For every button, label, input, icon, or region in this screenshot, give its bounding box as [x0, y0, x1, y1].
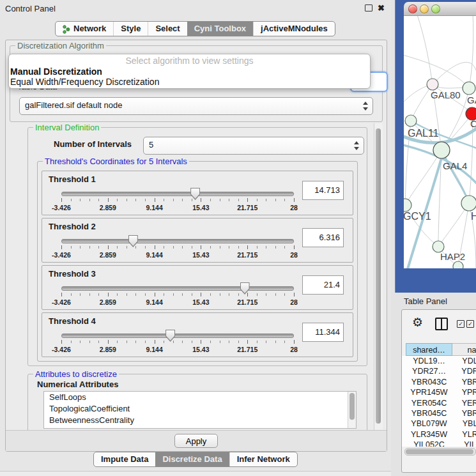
network-node[interactable]	[461, 196, 476, 211]
table-row[interactable]: YBR045CYBR0	[402, 408, 476, 418]
float-panel-icon[interactable]	[365, 4, 372, 12]
slider-thumb[interactable]	[240, 282, 250, 295]
list-item[interactable]: TopologicalCoefficient	[44, 403, 356, 415]
algorithm-popup-list: Manual DiscretizationEqual Width/Frequen…	[9, 66, 370, 87]
tick-mark	[238, 199, 239, 201]
num-intervals-combobox[interactable]: 5	[143, 137, 364, 155]
control-panel: Control Panel ✖ NetworkStyleSelectCyni T…	[0, 0, 391, 476]
tab-jactivemnodules[interactable]: jActiveMNodules	[253, 22, 335, 36]
algorithm-group-label: Discretization Algorithm	[15, 41, 106, 50]
table-row[interactable]: YPR145WYPR1	[402, 387, 476, 397]
attributes-list[interactable]: SelfLoopsTopologicalCoefficientBetweenne…	[43, 391, 357, 429]
tab-label: Impute Data	[101, 452, 148, 466]
network-window-titlebar[interactable]	[404, 2, 476, 16]
gear-icon[interactable]: ⚙	[412, 316, 423, 330]
tick-label: 9.144	[146, 251, 162, 259]
settings-scrollbar[interactable]	[374, 123, 383, 430]
tab-network[interactable]: Network	[56, 22, 113, 36]
tick-mark	[173, 199, 174, 201]
tab-label: Style	[121, 22, 141, 36]
tick-mark	[155, 245, 155, 249]
threshold-slider[interactable]: -3.4262.8599.14415.4321.71528	[61, 235, 294, 261]
table-row[interactable]: YDR27…YDR2	[402, 366, 476, 376]
threshold-value-field[interactable]: 21.4	[302, 275, 344, 295]
table-header-row: shared… na	[402, 343, 476, 356]
checkbox-icon[interactable]: ✓	[457, 320, 464, 328]
tick-mark	[89, 199, 90, 201]
threshold-slider[interactable]: -3.4262.8599.14415.4321.71528	[61, 330, 294, 355]
cell-name: YPR1	[452, 387, 476, 397]
tick-mark	[201, 245, 201, 249]
table-hscrollbar[interactable]	[404, 448, 476, 456]
popup-item[interactable]: Equal Width/Frequency Discretization	[9, 77, 370, 87]
tick-mark	[117, 246, 118, 249]
threshold-value-field[interactable]: 6.316	[302, 228, 344, 247]
threshold-value-field[interactable]: 14.713	[302, 181, 344, 200]
apply-button[interactable]: Apply	[174, 434, 218, 448]
table-row[interactable]: YLR345WYLR3	[402, 429, 476, 440]
tab-discretize-data[interactable]: Discretize Data	[155, 452, 229, 466]
tick-mark	[108, 340, 109, 344]
table-row[interactable]: YBR043CYBR0	[402, 377, 476, 387]
table-row[interactable]: YIL052CYIL0	[402, 440, 476, 447]
cell-name: YBR0	[452, 377, 476, 387]
tick-mark	[210, 246, 211, 249]
threshold-slider[interactable]: -3.4262.8599.14415.4321.71528	[61, 282, 294, 308]
list-item[interactable]: SelfLoops	[44, 392, 356, 403]
minimize-window-icon[interactable]	[420, 4, 429, 13]
network-canvas[interactable]: GAL80 GA C GAL11 GAL4 GCY1 H HAP2	[404, 16, 476, 268]
network-node[interactable]	[463, 82, 475, 95]
table-data-combobox[interactable]: galFiltered.sif default node	[19, 97, 373, 115]
tick-mark	[182, 199, 183, 201]
network-node[interactable]	[405, 115, 417, 127]
table-row[interactable]: YER054CYER0	[402, 398, 476, 408]
tab-label: Infer Network	[237, 452, 290, 466]
tick-mark	[155, 293, 155, 296]
table-rows: YDL19…YDL1YDR27…YDR2YBR043CYBR0YPR145WYP…	[402, 356, 476, 447]
tab-infer-network[interactable]: Infer Network	[229, 452, 297, 466]
list-scrollbar[interactable]	[348, 392, 356, 428]
tab-label: Select	[155, 22, 180, 36]
slider-thumb[interactable]	[165, 330, 175, 342]
cell-name: YDL1	[452, 356, 476, 366]
cell-shared-name: YPR145W	[406, 387, 452, 397]
tick-mark	[145, 293, 146, 296]
interval-definition-group: Interval Definition Number of Intervals …	[27, 127, 367, 366]
tick-label: 15.43	[192, 204, 209, 211]
close-icon[interactable]: ✖	[378, 4, 385, 12]
tick-mark	[155, 198, 155, 202]
column-header-shared[interactable]: shared…	[406, 343, 452, 356]
checkbox-icon[interactable]: ✓	[466, 320, 474, 328]
threshold-slider[interactable]: -3.4262.8599.14415.4321.71528	[61, 188, 294, 213]
slider-thumb[interactable]	[128, 235, 138, 247]
tab-style[interactable]: Style	[113, 22, 148, 36]
threshold-panel: Threshold 4-3.4262.8599.14415.4321.71528…	[42, 312, 353, 357]
tick-mark	[108, 293, 109, 296]
network-node[interactable]	[427, 79, 438, 90]
tick-mark	[238, 341, 239, 343]
table-row[interactable]: YDL19…YDL1	[402, 356, 476, 366]
threshold-value-field[interactable]: 11.344	[302, 323, 344, 342]
close-window-icon[interactable]	[408, 4, 417, 13]
network-node-label: GAL80	[431, 89, 461, 100]
column-header-name[interactable]: na	[452, 343, 476, 356]
table-row[interactable]: YBL079WYBL0	[402, 418, 476, 429]
network-node[interactable]	[404, 199, 411, 211]
tick-mark	[192, 293, 192, 296]
tick-mark	[145, 199, 146, 201]
attributes-group: Attributes to discretize Numerical Attri…	[27, 374, 367, 430]
tab-select[interactable]: Select	[148, 22, 187, 36]
network-window: GAL80 GA C GAL11 GAL4 GCY1 H HAP2	[395, 0, 476, 293]
network-node[interactable]	[453, 261, 463, 268]
tick-mark	[182, 293, 183, 296]
network-node[interactable]	[433, 142, 450, 158]
list-item[interactable]: BetweennessCentrality	[44, 415, 356, 426]
tab-cyni-toolbox[interactable]: Cyni Toolbox	[187, 22, 253, 36]
zoom-window-icon[interactable]	[431, 4, 440, 13]
popup-item[interactable]: Manual Discretization	[9, 66, 370, 77]
split-columns-icon[interactable]	[435, 318, 448, 330]
tick-mark	[98, 293, 99, 296]
threshold-label: Threshold 2	[49, 222, 96, 231]
tab-impute-data[interactable]: Impute Data	[94, 452, 155, 466]
tick-mark	[266, 293, 266, 296]
